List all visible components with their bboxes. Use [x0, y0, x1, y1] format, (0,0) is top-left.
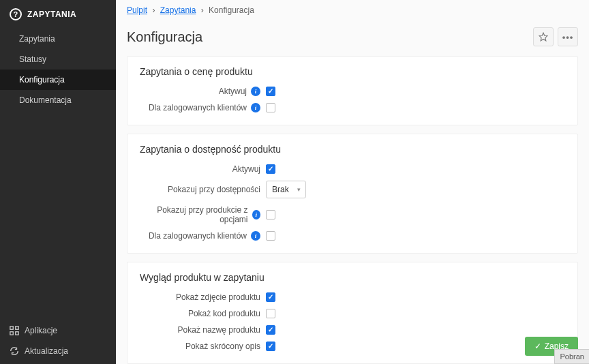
checkbox-avail-logged[interactable]	[266, 231, 275, 241]
sidebar-footer-update[interactable]: Aktualizacja	[0, 341, 116, 361]
more-button[interactable]: •••	[558, 27, 578, 46]
info-icon[interactable]: i	[251, 103, 260, 112]
checkbox-appearance-short[interactable]	[266, 342, 275, 351]
label-appearance-name: Pokaż nazwę produktu	[140, 325, 266, 335]
svg-rect-3	[16, 332, 18, 335]
check-icon: ✓	[534, 342, 541, 351]
row-avail-logged: Dla zalogowanych klientów i	[140, 231, 565, 241]
sidebar-footer-apps-label: Aplikacje	[25, 326, 57, 335]
sidebar-item-queries[interactable]: Zapytania	[0, 29, 116, 49]
label-avail-logged: Dla zalogowanych klientów i	[140, 231, 266, 241]
question-icon: ?	[10, 8, 22, 20]
title-actions: •••	[533, 27, 578, 46]
info-icon[interactable]: i	[252, 210, 260, 219]
card-price-queries: Zapytania o cenę produktu Aktywuj i Dla …	[127, 56, 578, 125]
sidebar: ? ZAPYTANIA Zapytania Statusy Konfigurac…	[0, 0, 116, 364]
info-icon[interactable]: i	[251, 87, 260, 96]
info-icon[interactable]: i	[251, 231, 260, 241]
svg-rect-0	[10, 327, 13, 329]
breadcrumb: Pulpit › Zapytania › Konfiguracja	[116, 0, 589, 20]
breadcrumb-module[interactable]: Zapytania	[160, 5, 196, 15]
checkbox-appearance-name[interactable]	[266, 325, 275, 335]
label-appearance-short: Pokaż skrócony opis	[140, 342, 266, 351]
svg-marker-4	[539, 33, 547, 41]
more-icon: •••	[562, 32, 574, 42]
sidebar-nav: Zapytania Statusy Konfiguracja Dokumenta…	[0, 29, 116, 320]
select-availability[interactable]: Brak	[266, 181, 306, 198]
refresh-icon	[10, 346, 19, 356]
star-icon	[539, 32, 548, 42]
label-appearance-photo: Pokaż zdjęcie produktu	[140, 292, 266, 302]
checkbox-appearance-code[interactable]	[266, 309, 275, 318]
svg-rect-1	[16, 327, 18, 329]
row-appearance-name: Pokaż nazwę produktu	[140, 325, 565, 335]
checkbox-avail-activate[interactable]	[266, 164, 275, 174]
sidebar-item-documentation[interactable]: Dokumentacja	[0, 90, 116, 110]
toast: Pobran	[554, 349, 589, 364]
sidebar-item-statuses[interactable]: Statusy	[0, 49, 116, 70]
label-appearance-code: Pokaż kod produktu	[140, 309, 266, 318]
label-avail-show: Pokazuj przy dostępności	[140, 185, 266, 194]
apps-icon	[10, 326, 19, 335]
checkbox-appearance-photo[interactable]	[266, 292, 275, 302]
card-availability-queries: Zapytania o dostępność produktu Aktywuj …	[127, 134, 578, 254]
row-avail-activate: Aktywuj	[140, 164, 565, 174]
label-avail-activate: Aktywuj	[140, 164, 266, 174]
sidebar-footer-update-label: Aktualizacja	[25, 346, 68, 356]
sidebar-item-configuration[interactable]: Konfiguracja	[0, 70, 116, 90]
row-appearance-short: Pokaż skrócony opis	[140, 342, 565, 351]
card-appearance: Wygląd produktu w zapytaniu Pokaż zdjęci…	[127, 262, 578, 364]
breadcrumb-sep: ›	[201, 5, 204, 15]
breadcrumb-sep: ›	[152, 5, 155, 15]
main: Pulpit › Zapytania › Konfiguracja Konfig…	[116, 0, 589, 364]
sidebar-header: ? ZAPYTANIA	[0, 0, 116, 29]
breadcrumb-dashboard[interactable]: Pulpit	[127, 5, 147, 15]
label-price-activate: Aktywuj i	[140, 87, 266, 96]
card-title: Zapytania o dostępność produktu	[140, 144, 565, 155]
label-price-logged: Dla zalogowanych klientów i	[140, 103, 266, 112]
favorite-button[interactable]	[533, 27, 554, 46]
sidebar-footer: Aplikacje Aktualizacja	[0, 320, 116, 364]
breadcrumb-current: Konfiguracja	[209, 5, 254, 15]
card-title: Zapytania o cenę produktu	[140, 66, 565, 77]
label-avail-options: Pokazuj przy produkcie z opcjami i	[140, 205, 266, 224]
card-title: Wygląd produktu w zapytaniu	[140, 272, 565, 283]
checkbox-avail-options[interactable]	[266, 210, 275, 219]
checkbox-price-activate[interactable]	[266, 87, 275, 96]
row-avail-show: Pokazuj przy dostępności Brak	[140, 181, 565, 198]
content: Zapytania o cenę produktu Aktywuj i Dla …	[116, 56, 589, 364]
row-price-activate: Aktywuj i	[140, 87, 565, 96]
title-row: Konfiguracja •••	[116, 20, 589, 56]
page-title: Konfiguracja	[127, 29, 202, 45]
sidebar-title: ZAPYTANIA	[27, 10, 76, 19]
row-price-logged: Dla zalogowanych klientów i	[140, 103, 565, 112]
checkbox-price-logged[interactable]	[266, 103, 275, 112]
row-appearance-code: Pokaż kod produktu	[140, 309, 565, 318]
sidebar-footer-apps[interactable]: Aplikacje	[0, 320, 116, 341]
row-appearance-photo: Pokaż zdjęcie produktu	[140, 292, 565, 302]
svg-rect-2	[10, 332, 13, 335]
row-avail-options: Pokazuj przy produkcie z opcjami i	[140, 205, 565, 224]
